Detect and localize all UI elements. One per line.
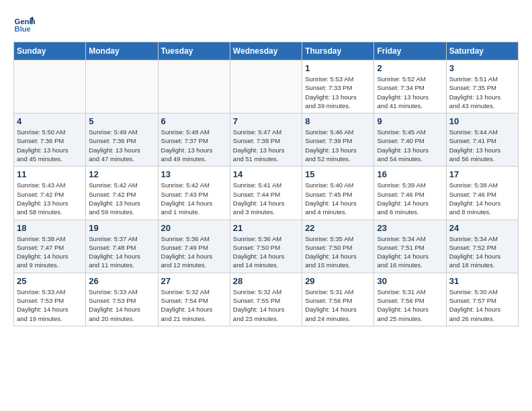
day-number: 17 (449, 169, 515, 179)
day-info: Sunrise: 5:42 AM Sunset: 7:43 PM Dayligh… (161, 181, 227, 216)
page-header: General Blue (13, 13, 519, 35)
calendar-cell: 18Sunrise: 5:38 AM Sunset: 7:47 PM Dayli… (14, 220, 86, 273)
day-number: 8 (305, 116, 371, 126)
day-number: 11 (17, 169, 83, 179)
calendar-cell: 10Sunrise: 5:44 AM Sunset: 7:41 PM Dayli… (446, 113, 518, 167)
day-number: 15 (305, 169, 371, 179)
calendar-cell (14, 60, 86, 113)
calendar-cell (86, 60, 158, 113)
day-number: 22 (305, 223, 371, 233)
day-info: Sunrise: 5:49 AM Sunset: 7:36 PM Dayligh… (89, 128, 154, 163)
day-number: 5 (89, 116, 154, 126)
day-number: 7 (233, 116, 299, 126)
day-info: Sunrise: 5:52 AM Sunset: 7:34 PM Dayligh… (377, 75, 443, 110)
calendar-cell: 7Sunrise: 5:47 AM Sunset: 7:38 PM Daylig… (230, 113, 302, 167)
day-info: Sunrise: 5:40 AM Sunset: 7:45 PM Dayligh… (305, 181, 371, 216)
day-info: Sunrise: 5:51 AM Sunset: 7:35 PM Dayligh… (449, 75, 515, 110)
day-number: 28 (233, 276, 299, 286)
day-number: 31 (449, 276, 515, 286)
day-info: Sunrise: 5:41 AM Sunset: 7:44 PM Dayligh… (233, 181, 299, 216)
day-info: Sunrise: 5:35 AM Sunset: 7:50 PM Dayligh… (305, 234, 371, 270)
day-number: 9 (377, 116, 443, 126)
day-info: Sunrise: 5:31 AM Sunset: 7:56 PM Dayligh… (305, 287, 371, 323)
logo: General Blue (13, 13, 38, 35)
calendar-cell: 28Sunrise: 5:32 AM Sunset: 7:55 PM Dayli… (230, 273, 302, 326)
calendar-cell: 1Sunrise: 5:53 AM Sunset: 7:33 PM Daylig… (302, 60, 374, 113)
day-number: 10 (449, 116, 515, 126)
day-info: Sunrise: 5:48 AM Sunset: 7:37 PM Dayligh… (161, 128, 227, 163)
day-info: Sunrise: 5:33 AM Sunset: 7:53 PM Dayligh… (17, 287, 83, 323)
calendar-cell: 25Sunrise: 5:33 AM Sunset: 7:53 PM Dayli… (14, 273, 86, 326)
calendar-cell: 27Sunrise: 5:32 AM Sunset: 7:54 PM Dayli… (158, 273, 230, 326)
col-header-thursday: Thursday (302, 42, 374, 60)
day-info: Sunrise: 5:50 AM Sunset: 7:36 PM Dayligh… (17, 128, 83, 163)
calendar-cell: 16Sunrise: 5:39 AM Sunset: 7:46 PM Dayli… (374, 167, 446, 220)
day-info: Sunrise: 5:43 AM Sunset: 7:42 PM Dayligh… (17, 181, 83, 216)
calendar-cell: 5Sunrise: 5:49 AM Sunset: 7:36 PM Daylig… (86, 113, 158, 167)
day-number: 14 (233, 169, 299, 179)
calendar-cell: 26Sunrise: 5:33 AM Sunset: 7:53 PM Dayli… (86, 273, 158, 326)
col-header-saturday: Saturday (446, 42, 518, 60)
week-row-5: 25Sunrise: 5:33 AM Sunset: 7:53 PM Dayli… (14, 273, 519, 326)
day-number: 6 (161, 116, 227, 126)
calendar-cell: 23Sunrise: 5:34 AM Sunset: 7:51 PM Dayli… (374, 220, 446, 273)
day-info: Sunrise: 5:44 AM Sunset: 7:41 PM Dayligh… (449, 128, 515, 163)
day-info: Sunrise: 5:47 AM Sunset: 7:38 PM Dayligh… (233, 128, 299, 163)
day-number: 16 (377, 169, 443, 179)
calendar-cell: 13Sunrise: 5:42 AM Sunset: 7:43 PM Dayli… (158, 167, 230, 220)
day-info: Sunrise: 5:39 AM Sunset: 7:46 PM Dayligh… (377, 181, 443, 216)
day-number: 26 (89, 276, 154, 286)
calendar-cell: 31Sunrise: 5:30 AM Sunset: 7:57 PM Dayli… (446, 273, 518, 326)
day-number: 2 (377, 63, 443, 73)
calendar-cell: 20Sunrise: 5:36 AM Sunset: 7:49 PM Dayli… (158, 220, 230, 273)
day-info: Sunrise: 5:53 AM Sunset: 7:33 PM Dayligh… (305, 75, 371, 110)
calendar-table: SundayMondayTuesdayWednesdayThursdayFrid… (13, 42, 519, 326)
week-row-4: 18Sunrise: 5:38 AM Sunset: 7:47 PM Dayli… (14, 220, 519, 273)
calendar-cell: 15Sunrise: 5:40 AM Sunset: 7:45 PM Dayli… (302, 167, 374, 220)
day-number: 27 (161, 276, 227, 286)
day-info: Sunrise: 5:36 AM Sunset: 7:49 PM Dayligh… (161, 234, 227, 270)
week-row-3: 11Sunrise: 5:43 AM Sunset: 7:42 PM Dayli… (14, 167, 519, 220)
calendar-body: 1Sunrise: 5:53 AM Sunset: 7:33 PM Daylig… (14, 60, 519, 326)
day-number: 19 (89, 223, 154, 233)
calendar-cell (230, 60, 302, 113)
day-number: 25 (17, 276, 83, 286)
calendar-cell: 30Sunrise: 5:31 AM Sunset: 7:56 PM Dayli… (374, 273, 446, 326)
col-header-wednesday: Wednesday (230, 42, 302, 60)
week-row-2: 4Sunrise: 5:50 AM Sunset: 7:36 PM Daylig… (14, 113, 519, 167)
col-header-monday: Monday (86, 42, 158, 60)
calendar-cell: 6Sunrise: 5:48 AM Sunset: 7:37 PM Daylig… (158, 113, 230, 167)
day-info: Sunrise: 5:37 AM Sunset: 7:48 PM Dayligh… (89, 234, 154, 270)
day-info: Sunrise: 5:33 AM Sunset: 7:53 PM Dayligh… (89, 287, 154, 323)
calendar-cell: 22Sunrise: 5:35 AM Sunset: 7:50 PM Dayli… (302, 220, 374, 273)
calendar-cell: 29Sunrise: 5:31 AM Sunset: 7:56 PM Dayli… (302, 273, 374, 326)
col-header-friday: Friday (374, 42, 446, 60)
day-info: Sunrise: 5:30 AM Sunset: 7:57 PM Dayligh… (449, 287, 515, 323)
day-info: Sunrise: 5:38 AM Sunset: 7:46 PM Dayligh… (449, 181, 515, 216)
calendar-cell: 19Sunrise: 5:37 AM Sunset: 7:48 PM Dayli… (86, 220, 158, 273)
day-number: 20 (161, 223, 227, 233)
calendar-cell: 11Sunrise: 5:43 AM Sunset: 7:42 PM Dayli… (14, 167, 86, 220)
day-number: 3 (449, 63, 515, 73)
calendar-cell: 9Sunrise: 5:45 AM Sunset: 7:40 PM Daylig… (374, 113, 446, 167)
day-info: Sunrise: 5:34 AM Sunset: 7:52 PM Dayligh… (449, 234, 515, 270)
calendar-cell: 12Sunrise: 5:42 AM Sunset: 7:42 PM Dayli… (86, 167, 158, 220)
day-number: 13 (161, 169, 227, 179)
day-info: Sunrise: 5:36 AM Sunset: 7:50 PM Dayligh… (233, 234, 299, 270)
week-row-1: 1Sunrise: 5:53 AM Sunset: 7:33 PM Daylig… (14, 60, 519, 113)
col-header-tuesday: Tuesday (158, 42, 230, 60)
day-number: 23 (377, 223, 443, 233)
calendar-cell: 24Sunrise: 5:34 AM Sunset: 7:52 PM Dayli… (446, 220, 518, 273)
day-number: 1 (305, 63, 371, 73)
calendar-cell: 4Sunrise: 5:50 AM Sunset: 7:36 PM Daylig… (14, 113, 86, 167)
calendar-cell: 8Sunrise: 5:46 AM Sunset: 7:39 PM Daylig… (302, 113, 374, 167)
calendar-cell: 14Sunrise: 5:41 AM Sunset: 7:44 PM Dayli… (230, 167, 302, 220)
day-info: Sunrise: 5:42 AM Sunset: 7:42 PM Dayligh… (89, 181, 154, 216)
day-info: Sunrise: 5:46 AM Sunset: 7:39 PM Dayligh… (305, 128, 371, 163)
day-info: Sunrise: 5:31 AM Sunset: 7:56 PM Dayligh… (377, 287, 443, 323)
day-info: Sunrise: 5:32 AM Sunset: 7:54 PM Dayligh… (161, 287, 227, 323)
header-row: SundayMondayTuesdayWednesdayThursdayFrid… (14, 42, 519, 60)
day-number: 18 (17, 223, 83, 233)
logo-icon: General Blue (13, 13, 35, 35)
day-number: 21 (233, 223, 299, 233)
